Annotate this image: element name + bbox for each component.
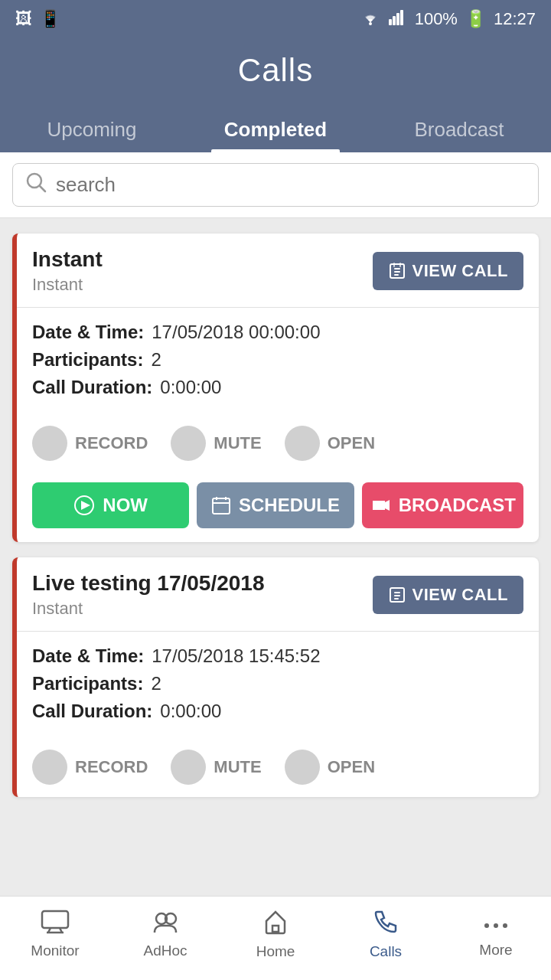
search-container <box>0 152 551 218</box>
monitor-label: Monitor <box>31 942 79 959</box>
page-header: Calls Upcoming Completed Broadcast <box>0 38 551 152</box>
action-row-1: RECORD MUTE OPEN <box>17 418 539 473</box>
view-call-button-2[interactable]: VIEW CALL <box>373 576 524 614</box>
bottom-actions-1: NOW SCHEDULE BROADCAST <box>17 473 539 542</box>
tab-completed[interactable]: Completed <box>184 104 367 152</box>
mute-label-1: MUTE <box>214 433 261 453</box>
svg-point-25 <box>503 923 507 928</box>
view-call-button-1[interactable]: VIEW CALL <box>373 252 524 290</box>
call-header-2: Live testing 17/05/2018 Instant VIEW CAL… <box>17 557 539 632</box>
svg-rect-22 <box>272 926 279 932</box>
monitor-icon <box>41 910 70 938</box>
photo-icon: 🖼 <box>15 9 32 29</box>
search-box <box>12 163 539 207</box>
svg-point-24 <box>494 923 498 928</box>
record-label-1: RECORD <box>75 433 148 453</box>
open-action-2[interactable]: OPEN <box>285 750 375 785</box>
open-action-1[interactable]: OPEN <box>285 426 375 461</box>
detail-datetime-2: Date & Time: 17/05/2018 15:45:52 <box>32 645 523 667</box>
calls-label: Calls <box>370 943 402 960</box>
mute-circle-2 <box>171 750 206 785</box>
svg-marker-13 <box>373 501 385 510</box>
call-header-1: Instant Instant VIEW CALL <box>17 234 539 308</box>
tab-upcoming[interactable]: Upcoming <box>0 104 184 152</box>
svg-marker-14 <box>385 500 390 511</box>
calls-list: Instant Instant VIEW CALL Date & Time: 1… <box>0 218 551 896</box>
mute-action-1[interactable]: MUTE <box>171 426 261 461</box>
calls-icon <box>373 909 399 939</box>
svg-rect-9 <box>213 498 230 514</box>
detail-participants-1: Participants: 2 <box>32 349 523 371</box>
schedule-button-1[interactable]: SCHEDULE <box>197 482 354 528</box>
home-icon <box>262 909 289 939</box>
svg-line-6 <box>40 186 45 191</box>
more-icon <box>483 911 509 937</box>
status-left-icons: 🖼 📱 <box>15 9 60 29</box>
battery-text: 100% <box>415 9 458 29</box>
svg-rect-16 <box>42 911 68 928</box>
tab-bar: Upcoming Completed Broadcast <box>0 104 551 152</box>
detail-participants-2: Participants: 2 <box>32 673 523 694</box>
call-card-1: Instant Instant VIEW CALL Date & Time: 1… <box>12 234 539 542</box>
open-circle-1 <box>285 426 320 461</box>
adhoc-label: AdHoc <box>143 942 187 959</box>
status-bar: 🖼 📱 100% 🔋 12:27 <box>0 0 551 38</box>
mute-label-2: MUTE <box>214 757 261 777</box>
call-subtitle-2: Instant <box>32 599 265 619</box>
record-action-2[interactable]: RECORD <box>32 750 148 785</box>
detail-duration-2: Call Duration: 0:00:00 <box>32 701 523 722</box>
call-card-2: Live testing 17/05/2018 Instant VIEW CAL… <box>12 557 539 797</box>
mute-circle-1 <box>171 426 206 461</box>
wifi-icon <box>360 8 381 30</box>
action-row-2: RECORD MUTE OPEN <box>17 742 539 797</box>
broadcast-button-1[interactable]: BROADCAST <box>362 482 523 528</box>
nav-more[interactable]: More <box>441 911 551 959</box>
record-action-1[interactable]: RECORD <box>32 426 148 461</box>
record-circle-1 <box>32 426 67 461</box>
now-button-1[interactable]: NOW <box>32 482 189 528</box>
nav-home[interactable]: Home <box>220 909 331 960</box>
tab-broadcast[interactable]: Broadcast <box>367 104 551 152</box>
svg-rect-4 <box>400 10 403 25</box>
detail-datetime-1: Date & Time: 17/05/2018 00:00:00 <box>32 322 523 343</box>
open-label-2: OPEN <box>328 757 375 777</box>
svg-rect-3 <box>396 13 399 25</box>
detail-duration-1: Call Duration: 0:00:00 <box>32 377 523 398</box>
open-label-1: OPEN <box>328 433 375 453</box>
battery-icon: 🔋 <box>465 9 486 29</box>
phone-icon: 📱 <box>40 9 60 29</box>
call-details-2: Date & Time: 17/05/2018 15:45:52 Partici… <box>17 632 539 742</box>
nav-monitor[interactable]: Monitor <box>0 910 110 959</box>
call-details-1: Date & Time: 17/05/2018 00:00:00 Partici… <box>17 308 539 418</box>
signal-icon <box>389 8 407 30</box>
search-input[interactable] <box>56 173 526 197</box>
open-circle-2 <box>285 750 320 785</box>
record-circle-2 <box>32 750 67 785</box>
call-subtitle-1: Instant <box>32 275 103 295</box>
svg-rect-1 <box>389 19 392 25</box>
bottom-nav: Monitor AdHoc Home Calls <box>0 896 551 980</box>
mute-action-2[interactable]: MUTE <box>171 750 261 785</box>
search-icon <box>25 172 47 198</box>
call-title-2: Live testing 17/05/2018 <box>32 571 265 596</box>
call-title-1: Instant <box>32 247 103 272</box>
svg-rect-2 <box>393 16 396 25</box>
svg-point-23 <box>484 923 489 928</box>
nav-calls[interactable]: Calls <box>331 909 441 960</box>
record-label-2: RECORD <box>75 757 148 777</box>
time-display: 12:27 <box>494 9 536 29</box>
adhoc-icon <box>151 910 180 938</box>
svg-point-0 <box>369 22 372 25</box>
page-title: Calls <box>0 52 551 104</box>
more-label: More <box>479 942 512 959</box>
nav-adhoc[interactable]: AdHoc <box>110 910 220 959</box>
home-label: Home <box>256 943 295 960</box>
